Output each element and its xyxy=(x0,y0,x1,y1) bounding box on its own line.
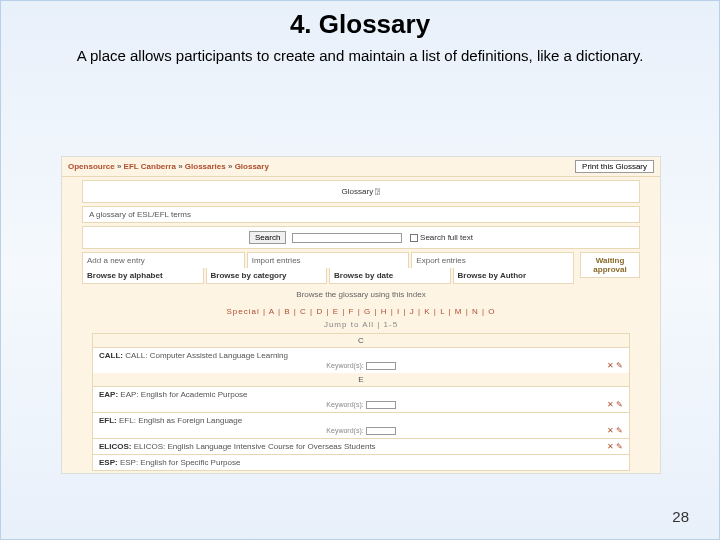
tab-browse-category[interactable]: Browse by category xyxy=(206,268,328,284)
entry-actions[interactable]: ✕ ✎ xyxy=(607,361,623,370)
search-fulltext-label: Search full text xyxy=(420,233,473,242)
breadcrumb-bar: Opensource » EFL Canberra » Glossaries »… xyxy=(62,157,660,177)
index-hint: Browse the glossary using this index xyxy=(92,286,630,303)
alphabet-index[interactable]: Special | A | B | C | D | E | F | G | H … xyxy=(62,305,660,318)
entry-actions[interactable]: ✕ ✎ xyxy=(607,426,623,435)
entry-eap: EAP: EAP: English for Academic Purpose K… xyxy=(93,386,629,412)
jump-row[interactable]: Jump to All | 1-5 xyxy=(62,318,660,331)
slide-subtitle: A place allows participants to create an… xyxy=(1,46,719,66)
waiting-approval-tab[interactable]: Waiting approval xyxy=(580,252,640,278)
section-header-e: E xyxy=(93,373,629,386)
breadcrumb[interactable]: Opensource » EFL Canberra » Glossaries »… xyxy=(68,162,269,171)
glossary-description: A glossary of ESL/EFL terms xyxy=(82,206,640,223)
glossary-module-screenshot: Opensource » EFL Canberra » Glossaries »… xyxy=(61,156,661,474)
search-fulltext-checkbox[interactable] xyxy=(410,234,418,242)
keyword-select[interactable] xyxy=(366,362,396,370)
print-glossary-button[interactable]: Print this Glossary xyxy=(575,160,654,173)
slide-title: 4. Glossary xyxy=(1,9,719,40)
entry-actions[interactable]: ✕ ✎ xyxy=(607,442,623,451)
tab-browse-alphabet[interactable]: Browse by alphabet xyxy=(82,268,204,284)
entry-call: CALL: CALL: Computer Assisted Language L… xyxy=(93,347,629,373)
section-header-c: C xyxy=(93,334,629,347)
search-button[interactable]: Search xyxy=(249,231,286,244)
keyword-select[interactable] xyxy=(366,427,396,435)
entry-esp: ESP: ESP: English for Specific Purpose xyxy=(93,454,629,470)
tab-add-entry[interactable]: Add a new entry xyxy=(82,252,245,268)
search-input[interactable] xyxy=(292,233,402,243)
tab-browse-date[interactable]: Browse by date xyxy=(329,268,451,284)
keyword-select[interactable] xyxy=(366,401,396,409)
help-icon[interactable]: ⍰ xyxy=(375,187,380,196)
entry-efl: EFL: EFL: English as Foreign Language Ke… xyxy=(93,412,629,438)
entries-list: C CALL: CALL: Computer Assisted Language… xyxy=(92,333,630,471)
entry-elicos: ELICOS: ELICOS: English Language Intensi… xyxy=(93,438,629,454)
tab-export-entries[interactable]: Export entries xyxy=(411,252,574,268)
page-number: 28 xyxy=(672,508,689,525)
search-row: Search Search full text xyxy=(82,226,640,249)
glossary-title: Glossary ⍰ xyxy=(82,180,640,203)
tab-browse-author[interactable]: Browse by Author xyxy=(453,268,575,284)
entry-actions[interactable]: ✕ ✎ xyxy=(607,400,623,409)
tab-import-entries[interactable]: Import entries xyxy=(247,252,410,268)
